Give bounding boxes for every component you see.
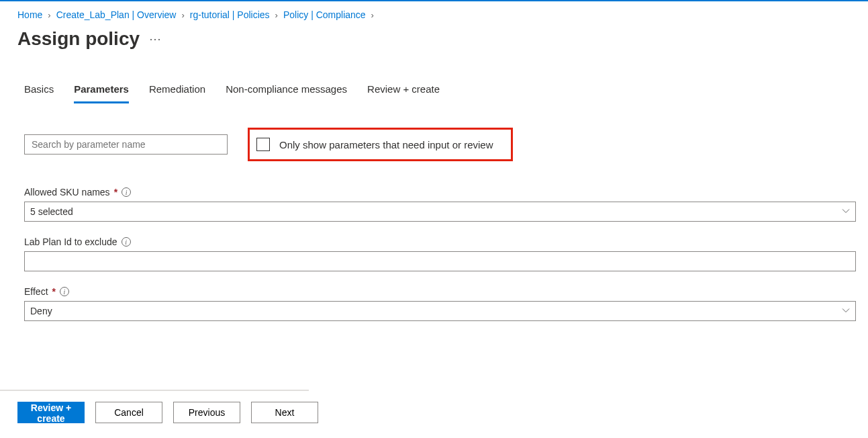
info-icon[interactable]: i [122,237,131,247]
page-header: Assign policy ⋯ [0,28,868,50]
only-show-needed-checkbox[interactable] [256,138,270,151]
tab-basics[interactable]: Basics [24,83,54,103]
content-area: Only show parameters that need input or … [0,103,868,321]
chevron-right-icon: › [48,10,50,20]
allowed-sku-value: 5 selected [30,206,73,217]
footer-actions: Review + create Cancel Previous Next [0,390,309,423]
allowed-sku-label: Allowed SKU names [24,187,110,198]
tabs: Basics Parameters Remediation Non-compli… [0,83,868,103]
page-title: Assign policy [17,28,140,50]
review-create-button[interactable]: Review + create [17,402,85,423]
only-show-needed-label: Only show parameters that need input or … [279,139,493,150]
field-allowed-sku: Allowed SKU names * i 5 selected [24,187,856,222]
tab-parameters[interactable]: Parameters [74,83,129,103]
search-input[interactable] [24,134,228,155]
more-icon[interactable]: ⋯ [149,32,162,46]
field-label-row: Effect * i [24,286,856,297]
required-asterisk: * [52,286,56,297]
field-lab-plan-exclude: Lab Plan Id to exclude i [24,236,856,271]
cancel-button[interactable]: Cancel [95,402,162,423]
breadcrumb: Home › Create_Lab_Plan | Overview › rg-t… [0,1,868,26]
lab-plan-exclude-input[interactable] [24,251,856,271]
info-icon[interactable]: i [60,287,69,296]
required-asterisk: * [114,187,117,198]
breadcrumb-lab-plan[interactable]: Create_Lab_Plan | Overview [56,9,177,20]
allowed-sku-select[interactable]: 5 selected [24,202,856,222]
previous-button[interactable]: Previous [173,402,240,423]
lab-plan-exclude-label: Lab Plan Id to exclude [24,236,117,247]
search-row: Only show parameters that need input or … [24,128,856,161]
chevron-right-icon: › [181,10,184,20]
effect-value: Deny [30,306,52,316]
field-label-row: Lab Plan Id to exclude i [24,236,856,247]
effect-select[interactable]: Deny [24,301,856,321]
breadcrumb-policy-compliance[interactable]: Policy | Compliance [283,9,366,20]
tab-non-compliance[interactable]: Non-compliance messages [226,83,347,103]
next-button[interactable]: Next [251,402,318,423]
chevron-right-icon: › [371,10,374,20]
chevron-down-icon [842,206,850,217]
breadcrumb-home[interactable]: Home [17,9,42,20]
tab-review-create[interactable]: Review + create [367,83,440,103]
field-effect: Effect * i Deny [24,286,856,321]
chevron-right-icon: › [275,10,278,20]
info-icon[interactable]: i [122,187,131,197]
tab-remediation[interactable]: Remediation [149,83,205,103]
field-label-row: Allowed SKU names * i [24,187,856,198]
only-show-needed-group: Only show parameters that need input or … [248,128,513,161]
chevron-down-icon [842,306,850,316]
breadcrumb-rg-tutorial[interactable]: rg-tutorial | Policies [190,9,270,20]
effect-label: Effect [24,286,48,297]
